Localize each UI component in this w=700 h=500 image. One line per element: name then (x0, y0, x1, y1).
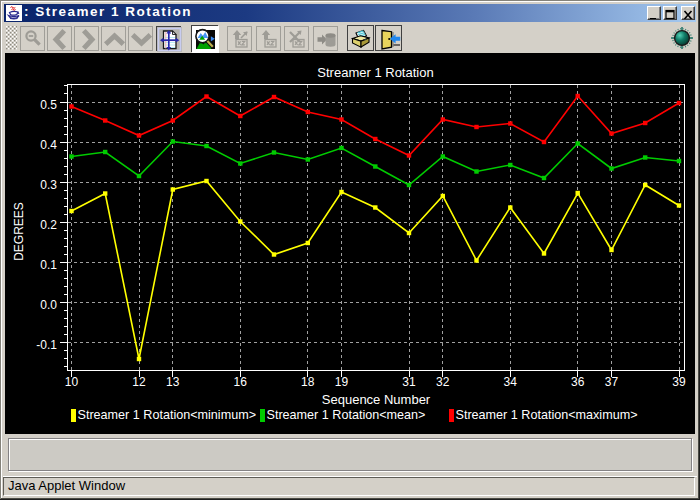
svg-text:Streamer 1 Rotation<minimum>: Streamer 1 Rotation<minimum> (78, 408, 256, 422)
svg-text:12: 12 (132, 375, 146, 389)
svg-text:13: 13 (166, 375, 180, 389)
svg-text:19: 19 (335, 375, 349, 389)
svg-text:32: 32 (436, 375, 450, 389)
svg-text:36: 36 (571, 375, 585, 389)
svg-text:31: 31 (402, 375, 416, 389)
svg-text:37: 37 (605, 375, 619, 389)
svg-text:34: 34 (504, 375, 518, 389)
svg-text:0.4: 0.4 (40, 138, 57, 152)
svg-text:Streamer 1 Rotation<mean>: Streamer 1 Rotation<mean> (267, 408, 426, 422)
svg-text:39: 39 (672, 375, 686, 389)
svg-text:Streamer 1 Rotation<maximum>: Streamer 1 Rotation<maximum> (456, 408, 638, 422)
svg-text:10: 10 (65, 375, 79, 389)
svg-text:16: 16 (234, 375, 248, 389)
svg-text:18: 18 (301, 375, 315, 389)
svg-text:Sequence Number: Sequence Number (322, 392, 431, 407)
svg-text:0.2: 0.2 (40, 218, 57, 232)
svg-text:0.1: 0.1 (40, 258, 57, 272)
svg-text:Streamer 1 Rotation: Streamer 1 Rotation (317, 65, 433, 80)
svg-text:0.0: 0.0 (40, 298, 57, 312)
svg-text:0.5: 0.5 (40, 98, 57, 112)
svg-text:-0.1: -0.1 (36, 338, 57, 352)
svg-text:DEGREES: DEGREES (12, 202, 26, 261)
svg-text:0.3: 0.3 (40, 178, 57, 192)
